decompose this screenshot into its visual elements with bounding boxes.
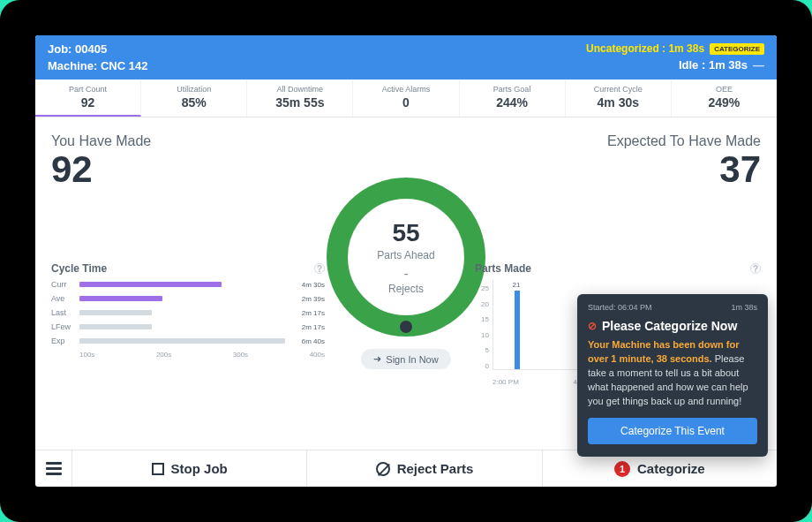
pm-bar-label: 21 (513, 281, 521, 289)
stat-value: 92 (37, 95, 139, 110)
stat-label: Part Count (37, 85, 139, 94)
stat-label: Utilization (143, 85, 244, 94)
progress-ring-wrap: 55 Parts Ahead - Rejects ➜ Sign In Now (327, 178, 485, 369)
stat-value: 249% (673, 95, 775, 110)
screen: Job: 00405 Machine: CNC 142 Uncategorize… (35, 35, 777, 487)
machine-label: Machine: CNC 142 (48, 59, 147, 72)
cycle-row-value: 4m 30s (302, 281, 325, 289)
stop-label: Stop Job (171, 461, 228, 476)
header-bar: Job: 00405 Machine: CNC 142 Uncategorize… (35, 35, 777, 79)
stat-current-cycle[interactable]: Current Cycle 4m 30s (566, 79, 672, 117)
cycle-xaxis: 100s200s300s400s (79, 351, 325, 359)
cycle-chart-title: Cycle Time ? (51, 262, 325, 275)
categorize-label: Categorize (637, 461, 705, 476)
header-right: Uncategorized : 1m 38s CATEGORIZE Idle :… (586, 42, 764, 72)
cycle-row-value: 2m 17s (302, 309, 325, 317)
cycle-row: Ave2m 39s (51, 294, 325, 303)
main-area: You Have Made 92 Expected To Have Made 3… (35, 117, 777, 450)
cycle-row-label: LFew (51, 322, 79, 331)
popup-title: ⊘ Please Categorize Now (588, 319, 757, 333)
categorize-popup: Started: 06:04 PM 1m 38s ⊘ Please Catego… (577, 294, 768, 457)
reject-label: Reject Parts (397, 461, 474, 476)
cycle-row: Curr4m 30s (51, 280, 325, 289)
stat-value: 244% (462, 95, 563, 110)
ring-rejects-dash: - (404, 267, 409, 281)
cycle-bar-wrap (79, 338, 298, 344)
cycle-bar-wrap (79, 282, 298, 287)
cycle-bar-wrap (79, 296, 298, 301)
tablet-frame: Job: 00405 Machine: CNC 142 Uncategorize… (0, 0, 812, 522)
stat-value: 0 (355, 95, 456, 110)
ring-value: 55 (392, 219, 419, 247)
popup-duration: 1m 38s (731, 303, 757, 312)
categorize-badge: 1 (614, 461, 630, 477)
popup-started: Started: 06:04 PM (588, 303, 652, 312)
idle-status: Idle : 1m 38s — (679, 58, 764, 72)
idle-menu-icon[interactable]: — (753, 58, 764, 72)
cycle-row-value: 2m 17s (302, 323, 325, 331)
stat-downtime[interactable]: All Downtime 35m 55s (247, 79, 353, 117)
sign-in-button[interactable]: ➜ Sign In Now (361, 349, 450, 369)
signin-icon: ➜ (373, 353, 381, 365)
you-made-block: You Have Made 92 (51, 133, 151, 188)
cycle-time-chart: Cycle Time ? Curr4m 30sAve2m 39sLast2m 1… (51, 262, 325, 386)
cycle-row: Exp6m 40s (51, 337, 325, 345)
ring-rejects-label: Rejects (388, 283, 424, 295)
stat-oee[interactable]: OEE 249% (672, 79, 777, 117)
stat-alarms[interactable]: Active Alarms 0 (353, 79, 459, 117)
job-label: Job: 00405 (48, 42, 147, 56)
stats-bar: Part Count 92 Utilization 85% All Downti… (35, 79, 777, 117)
cycle-row-value: 2m 39s (302, 295, 325, 303)
cycle-row-value: 6m 40s (302, 337, 325, 345)
stat-utilization[interactable]: Utilization 85% (141, 79, 247, 117)
cycle-bar-wrap (79, 324, 298, 329)
categorize-chip[interactable]: CATEGORIZE (710, 43, 764, 55)
expected-made-block: Expected To Have Made 37 (607, 133, 761, 188)
hamburger-icon (46, 462, 62, 475)
cycle-row: LFew2m 17s (51, 322, 325, 331)
uncategorized-status: Uncategorized : 1m 38s CATEGORIZE (586, 42, 764, 55)
uncategorized-text: Uncategorized : 1m 38s (586, 42, 704, 55)
pm-yaxis: 2520151050 (475, 284, 489, 370)
reject-parts-button[interactable]: Reject Parts (307, 450, 542, 487)
warning-icon: ⊘ (588, 320, 597, 332)
stat-label: Active Alarms (355, 85, 456, 94)
popup-title-text: Please Categorize Now (602, 319, 737, 333)
help-icon[interactable]: ? (750, 263, 761, 274)
stop-icon (152, 463, 164, 475)
stat-label: Parts Goal (462, 85, 563, 94)
popup-meta: Started: 06:04 PM 1m 38s (588, 303, 757, 312)
stop-job-button[interactable]: Stop Job (72, 450, 307, 487)
you-made-label: You Have Made (51, 133, 151, 149)
cycle-chart-title-text: Cycle Time (51, 262, 107, 275)
signin-label: Sign In Now (386, 354, 438, 365)
cycle-rows: Curr4m 30sAve2m 39sLast2m 17sLFew2m 17sE… (51, 280, 325, 345)
stat-value: 4m 30s (568, 95, 669, 110)
stat-value: 85% (143, 95, 244, 110)
progress-ring: 55 Parts Ahead - Rejects (327, 178, 485, 337)
categorize-event-button[interactable]: Categorize This Event (588, 418, 757, 444)
pm-bar (515, 291, 520, 369)
stat-part-count[interactable]: Part Count 92 (35, 79, 141, 117)
cycle-bar-wrap (79, 310, 298, 315)
cycle-row-label: Ave (51, 294, 79, 303)
help-icon[interactable]: ? (314, 263, 325, 274)
cycle-row: Last2m 17s (51, 308, 325, 317)
cycle-row-label: Exp (51, 337, 79, 345)
expected-made-label: Expected To Have Made (607, 133, 761, 149)
cycle-row-label: Curr (51, 280, 79, 289)
expected-made-value: 37 (607, 151, 761, 188)
stat-label: Current Cycle (568, 85, 669, 94)
you-made-value: 92 (51, 151, 151, 188)
stat-label: OEE (673, 85, 775, 94)
pm-chart-title: Parts Made ? (475, 262, 761, 275)
popup-body: Your Machine has been down for over 1 mi… (588, 338, 757, 409)
stat-label: All Downtime (249, 85, 350, 94)
cycle-row-label: Last (51, 308, 79, 317)
menu-button[interactable] (35, 450, 72, 487)
idle-text: Idle : 1m 38s (679, 58, 748, 72)
header-left: Job: 00405 Machine: CNC 142 (48, 42, 147, 72)
reject-icon (376, 462, 390, 476)
stat-value: 35m 55s (249, 95, 350, 110)
stat-parts-goal[interactable]: Parts Goal 244% (460, 79, 566, 117)
